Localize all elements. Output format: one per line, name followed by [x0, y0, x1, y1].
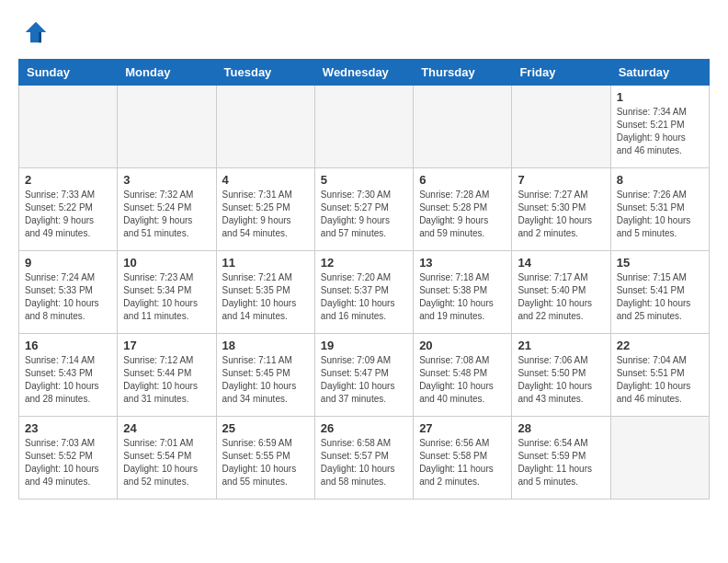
day-number: 24: [123, 421, 210, 435]
day-number: 17: [123, 339, 210, 352]
day-number: 23: [25, 421, 111, 435]
calendar-cell: 2Sunrise: 7:33 AMSunset: 5:22 PMDaylight…: [19, 168, 118, 251]
day-of-week-header: Saturday: [610, 60, 709, 86]
day-number: 11: [222, 256, 309, 270]
day-of-week-header: Tuesday: [216, 60, 314, 86]
calendar-cell: 5Sunrise: 7:30 AMSunset: 5:27 PMDaylight…: [314, 168, 413, 251]
calendar-cell: [19, 86, 118, 168]
day-info: Sunrise: 7:26 AMSunset: 5:31 PMDaylight:…: [617, 189, 703, 240]
day-info: Sunrise: 7:01 AMSunset: 5:54 PMDaylight:…: [123, 437, 210, 488]
calendar-cell: 10Sunrise: 7:23 AMSunset: 5:34 PMDayligh…: [118, 251, 216, 334]
calendar-header-row: SundayMondayTuesdayWednesdayThursdayFrid…: [19, 60, 710, 86]
day-number: 13: [419, 256, 506, 270]
page-header: [18, 18, 710, 50]
day-number: 14: [518, 256, 604, 270]
calendar-cell: 16Sunrise: 7:14 AMSunset: 5:43 PMDayligh…: [19, 334, 118, 417]
calendar-cell: [118, 86, 216, 168]
calendar-cell: [314, 86, 413, 168]
day-number: 19: [321, 339, 407, 352]
day-number: 12: [321, 256, 407, 270]
day-info: Sunrise: 7:08 AMSunset: 5:48 PMDaylight:…: [419, 354, 506, 406]
day-info: Sunrise: 7:18 AMSunset: 5:38 PMDaylight:…: [419, 271, 506, 323]
calendar-cell: 17Sunrise: 7:12 AMSunset: 5:44 PMDayligh…: [118, 334, 216, 417]
day-info: Sunrise: 6:54 AMSunset: 5:59 PMDaylight:…: [518, 437, 604, 488]
day-info: Sunrise: 7:23 AMSunset: 5:34 PMDaylight:…: [123, 271, 210, 323]
day-info: Sunrise: 7:30 AMSunset: 5:27 PMDaylight:…: [321, 189, 407, 240]
day-info: Sunrise: 7:03 AMSunset: 5:52 PMDaylight:…: [25, 437, 111, 488]
day-info: Sunrise: 7:21 AMSunset: 5:35 PMDaylight:…: [222, 271, 309, 323]
day-of-week-header: Sunday: [19, 60, 118, 86]
calendar-body: 1Sunrise: 7:34 AMSunset: 5:21 PMDaylight…: [19, 86, 710, 500]
day-info: Sunrise: 7:09 AMSunset: 5:47 PMDaylight:…: [321, 354, 407, 406]
day-of-week-header: Thursday: [414, 60, 512, 86]
day-info: Sunrise: 7:20 AMSunset: 5:37 PMDaylight:…: [321, 271, 407, 323]
calendar-week-row: 16Sunrise: 7:14 AMSunset: 5:43 PMDayligh…: [19, 334, 710, 417]
day-number: 1: [617, 90, 703, 104]
day-info: Sunrise: 7:33 AMSunset: 5:22 PMDaylight:…: [25, 189, 111, 240]
day-number: 28: [518, 421, 604, 435]
day-number: 27: [419, 421, 506, 435]
day-info: Sunrise: 7:11 AMSunset: 5:45 PMDaylight:…: [222, 354, 309, 406]
calendar-week-row: 1Sunrise: 7:34 AMSunset: 5:21 PMDaylight…: [19, 86, 710, 168]
day-number: 21: [518, 339, 604, 352]
day-info: Sunrise: 7:28 AMSunset: 5:28 PMDaylight:…: [419, 189, 506, 240]
calendar-cell: 7Sunrise: 7:27 AMSunset: 5:30 PMDaylight…: [512, 168, 610, 251]
calendar-table: SundayMondayTuesdayWednesdayThursdayFrid…: [18, 59, 710, 500]
calendar-cell: 13Sunrise: 7:18 AMSunset: 5:38 PMDayligh…: [414, 251, 512, 334]
calendar-cell: [610, 417, 709, 500]
day-info: Sunrise: 7:24 AMSunset: 5:33 PMDaylight:…: [25, 271, 111, 323]
day-of-week-header: Friday: [512, 60, 610, 86]
day-of-week-header: Monday: [118, 60, 216, 86]
day-info: Sunrise: 7:12 AMSunset: 5:44 PMDaylight:…: [123, 354, 210, 406]
day-number: 2: [25, 173, 111, 187]
calendar-cell: 6Sunrise: 7:28 AMSunset: 5:28 PMDaylight…: [414, 168, 512, 251]
day-number: 15: [617, 256, 703, 270]
day-info: Sunrise: 7:27 AMSunset: 5:30 PMDaylight:…: [518, 189, 604, 240]
day-number: 16: [25, 339, 111, 352]
day-number: 3: [123, 173, 210, 187]
calendar-cell: 1Sunrise: 7:34 AMSunset: 5:21 PMDaylight…: [610, 86, 709, 168]
day-info: Sunrise: 7:06 AMSunset: 5:50 PMDaylight:…: [518, 354, 604, 406]
calendar-cell: 18Sunrise: 7:11 AMSunset: 5:45 PMDayligh…: [216, 334, 314, 417]
calendar-cell: 3Sunrise: 7:32 AMSunset: 5:24 PMDaylight…: [118, 168, 216, 251]
day-number: 18: [222, 339, 309, 352]
calendar-cell: 14Sunrise: 7:17 AMSunset: 5:40 PMDayligh…: [512, 251, 610, 334]
calendar-cell: 23Sunrise: 7:03 AMSunset: 5:52 PMDayligh…: [19, 417, 118, 500]
day-number: 8: [617, 173, 703, 187]
day-info: Sunrise: 7:31 AMSunset: 5:25 PMDaylight:…: [222, 189, 309, 240]
calendar-cell: 8Sunrise: 7:26 AMSunset: 5:31 PMDaylight…: [610, 168, 709, 251]
day-number: 20: [419, 339, 506, 352]
calendar-cell: 4Sunrise: 7:31 AMSunset: 5:25 PMDaylight…: [216, 168, 314, 251]
day-info: Sunrise: 6:56 AMSunset: 5:58 PMDaylight:…: [419, 437, 506, 488]
calendar-week-row: 2Sunrise: 7:33 AMSunset: 5:22 PMDaylight…: [19, 168, 710, 251]
day-number: 6: [419, 173, 506, 187]
calendar-cell: 24Sunrise: 7:01 AMSunset: 5:54 PMDayligh…: [118, 417, 216, 500]
day-number: 4: [222, 173, 309, 187]
calendar-cell: 27Sunrise: 6:56 AMSunset: 5:58 PMDayligh…: [414, 417, 512, 500]
calendar-cell: 22Sunrise: 7:04 AMSunset: 5:51 PMDayligh…: [610, 334, 709, 417]
calendar-cell: 15Sunrise: 7:15 AMSunset: 5:41 PMDayligh…: [610, 251, 709, 334]
day-info: Sunrise: 7:17 AMSunset: 5:40 PMDaylight:…: [518, 271, 604, 323]
calendar-cell: 26Sunrise: 6:58 AMSunset: 5:57 PMDayligh…: [314, 417, 413, 500]
calendar-cell: 12Sunrise: 7:20 AMSunset: 5:37 PMDayligh…: [314, 251, 413, 334]
svg-marker-0: [26, 22, 47, 43]
day-number: 25: [222, 421, 309, 435]
day-number: 26: [321, 421, 407, 435]
calendar-cell: 9Sunrise: 7:24 AMSunset: 5:33 PMDaylight…: [19, 251, 118, 334]
day-info: Sunrise: 6:58 AMSunset: 5:57 PMDaylight:…: [321, 437, 407, 488]
calendar-cell: 25Sunrise: 6:59 AMSunset: 5:55 PMDayligh…: [216, 417, 314, 500]
day-info: Sunrise: 7:14 AMSunset: 5:43 PMDaylight:…: [25, 354, 111, 406]
day-info: Sunrise: 7:04 AMSunset: 5:51 PMDaylight:…: [617, 354, 703, 406]
day-info: Sunrise: 7:34 AMSunset: 5:21 PMDaylight:…: [617, 106, 703, 157]
calendar-week-row: 23Sunrise: 7:03 AMSunset: 5:52 PMDayligh…: [19, 417, 710, 500]
logo-icon: [22, 18, 50, 46]
day-number: 22: [617, 339, 703, 352]
calendar-cell: [414, 86, 512, 168]
calendar-cell: 19Sunrise: 7:09 AMSunset: 5:47 PMDayligh…: [314, 334, 413, 417]
day-of-week-header: Wednesday: [314, 60, 413, 86]
calendar-cell: [512, 86, 610, 168]
day-number: 9: [25, 256, 111, 270]
calendar-cell: 20Sunrise: 7:08 AMSunset: 5:48 PMDayligh…: [414, 334, 512, 417]
logo: [18, 18, 50, 50]
day-number: 5: [321, 173, 407, 187]
